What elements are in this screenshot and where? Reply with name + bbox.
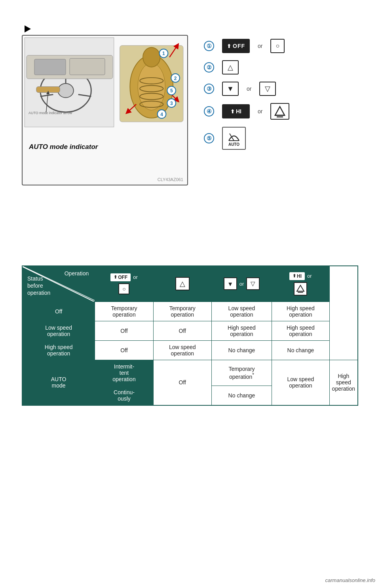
- illustration-box: AUTO mode indicator arrow: [22, 35, 188, 185]
- cell-off-up: Temporaryoperation: [153, 302, 211, 321]
- cell-auto-intermit-up: Temporaryoperation*: [211, 360, 272, 386]
- status-high-speed: High speedoperation: [22, 340, 95, 360]
- svg-rect-7: [34, 59, 66, 75]
- cell-off-offbtn: Temporaryoperation: [95, 302, 154, 321]
- svg-text:1: 1: [162, 51, 165, 56]
- svg-text:3: 3: [170, 101, 173, 106]
- or-label-4: or: [258, 108, 262, 115]
- control-row-4: ④ ⬆HI or: [204, 103, 289, 120]
- cell-auto-cont-up: No change: [211, 386, 272, 405]
- status-auto-mode: AUTOmode: [22, 360, 95, 405]
- cell-off-down: Low speedoperation: [211, 302, 272, 321]
- down-outline-button: ▽: [259, 82, 276, 96]
- status-before-label: Statusbeforeoperation: [27, 275, 50, 297]
- cell-low-up: Off: [153, 321, 211, 340]
- col-header-up: △: [153, 266, 211, 302]
- status-auto-intermit: Intermit-tentoperation: [95, 360, 154, 386]
- control-row-1: ① ⬆OFF or ○: [204, 39, 289, 53]
- svg-text:AUTO mode indicator arrow: AUTO mode indicator arrow: [28, 111, 72, 115]
- svg-line-37: [230, 134, 234, 141]
- auto-button: AUTO: [222, 127, 246, 150]
- col-header-down: ▼ or ▽: [211, 266, 272, 302]
- cell-high-up: Low speedoperation: [153, 340, 211, 360]
- table-section: Operation Statusbeforeoperation ⬆OFF or …: [22, 265, 358, 406]
- cell-high-offbtn: Off: [95, 340, 154, 360]
- control-row-2: ② △: [204, 60, 289, 74]
- cell-high-hi: No change: [272, 340, 329, 360]
- col-header-off: ⬆OFF or ○: [95, 266, 154, 302]
- svg-text:2: 2: [174, 76, 177, 81]
- cell-low-hi: High speedoperation: [272, 321, 329, 340]
- cell-low-offbtn: Off: [95, 321, 154, 340]
- watermark: carmanualsonline.info: [325, 577, 375, 583]
- cell-high-down: No change: [211, 340, 272, 360]
- diagonal-header-cell: Operation Statusbeforeoperation: [22, 266, 95, 302]
- table-row-high: High speedoperation Off Low speedoperati…: [22, 340, 358, 360]
- diagram-section: AUTO mode indicator arrow: [22, 35, 289, 185]
- cell-off-hi: High speedoperation: [272, 302, 329, 321]
- control-num-5: ⑤: [204, 133, 214, 143]
- cell-auto-intermit-off: Off: [153, 360, 211, 405]
- cell-auto-intermit-hi: High speedoperation: [329, 360, 358, 405]
- control-num-1: ①: [204, 41, 214, 51]
- cell-low-down: High speedoperation: [211, 321, 272, 340]
- or-label-3: or: [247, 86, 251, 92]
- table-row-off: Off Temporaryoperation Temporaryoperatio…: [22, 302, 358, 321]
- svg-rect-9: [36, 87, 60, 93]
- operation-label: Operation: [65, 270, 89, 277]
- svg-rect-8: [70, 58, 105, 75]
- up-button: △: [222, 60, 239, 74]
- table-row-auto-intermit: AUTOmode Intermit-tentoperation Off Temp…: [22, 360, 358, 386]
- status-low-speed: Low speedoperation: [22, 321, 95, 340]
- status-auto-cont: Continu-ously: [95, 386, 154, 405]
- status-off: Off: [22, 302, 95, 321]
- control-row-5: ⑤ AUTO: [204, 127, 289, 150]
- table-row-low: Low speedoperation Off Off High speedope…: [22, 321, 358, 340]
- or-label-1: or: [258, 43, 262, 49]
- hi-outline-button: [270, 103, 289, 120]
- off-button: ⬆OFF: [222, 39, 250, 53]
- svg-marker-33: [275, 107, 285, 115]
- svg-marker-39: [297, 285, 304, 291]
- control-num-4: ④: [204, 106, 214, 116]
- svg-text:5: 5: [170, 88, 173, 94]
- svg-point-15: [143, 48, 160, 67]
- section-marker: [25, 25, 31, 35]
- control-num-2: ②: [204, 62, 214, 73]
- svg-text:4: 4: [160, 112, 163, 117]
- hi-button: ⬆HI: [222, 104, 250, 118]
- image-code: CLY43AZ061: [158, 177, 183, 182]
- svg-point-2: [58, 84, 74, 98]
- circle-button: ○: [270, 39, 285, 53]
- auto-mode-label: AUTO mode indicator: [29, 143, 98, 151]
- col-header-hi: ⬆HI or: [272, 266, 329, 302]
- down-filled-button: ▼: [222, 82, 239, 96]
- controls-panel: ① ⬆OFF or ○ ② △ ③ ▼ or ▽ ④ ⬆HI or: [204, 35, 289, 150]
- control-num-3: ③: [204, 84, 214, 94]
- control-row-3: ③ ▼ or ▽: [204, 82, 289, 96]
- cell-auto-intermit-down: Low speedoperation: [272, 360, 329, 405]
